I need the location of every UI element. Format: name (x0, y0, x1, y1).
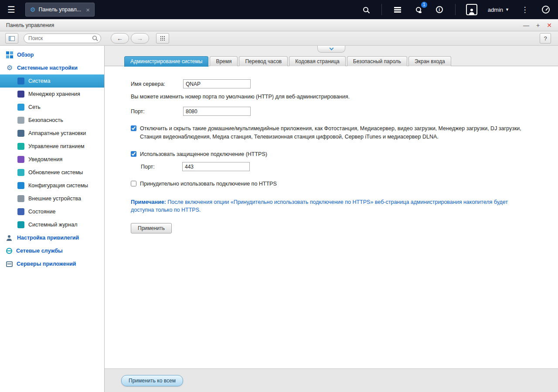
tab-codepage[interactable]: Кодовая страница (289, 56, 346, 66)
sidebar-item-label: Аппаратные установки (28, 130, 86, 136)
overview-icon (6, 51, 13, 58)
sidebar-item-external-devices[interactable]: Внешние устройства (0, 192, 104, 205)
collapse-tabs-button[interactable] (317, 46, 345, 53)
hamburger-icon: ☰ (7, 4, 15, 15)
sidebar-item-application-servers[interactable]: Серверы приложений (0, 257, 104, 270)
magnifier-glyph (363, 7, 368, 12)
tab-label: Безопасный пароль (353, 58, 401, 64)
toolbar: ← → ? (0, 31, 558, 46)
sidebar-item-power[interactable]: Управление питанием (0, 140, 104, 153)
tab-label: Экран входа (415, 58, 445, 64)
tab-label: Время (216, 58, 231, 64)
apply-button[interactable]: Применить (131, 223, 172, 233)
divider (381, 4, 382, 15)
external-device-icon (17, 195, 24, 202)
apps-grid-button[interactable] (156, 33, 169, 44)
tab-time[interactable]: Время (210, 56, 238, 66)
person-icon (6, 235, 13, 241)
tab-login-screen[interactable]: Экран входа (408, 56, 451, 66)
search-icon[interactable] (361, 4, 371, 15)
search-input[interactable] (24, 34, 101, 43)
close-button[interactable]: ✕ (547, 22, 552, 28)
person-glyph (469, 9, 475, 14)
search-box (24, 34, 101, 43)
nav-buttons: ← → (111, 33, 149, 44)
main-menu-button[interactable]: ☰ (0, 0, 23, 19)
stack-glyph (394, 7, 401, 13)
footer-bar: Применить ко всем (105, 368, 558, 392)
sidebar-item-system-settings[interactable]: ⚙ Системные настройки (0, 61, 104, 74)
tab-label: Администрирование системы (130, 58, 202, 64)
divider (455, 4, 456, 15)
sidebar-item-hardware[interactable]: Аппаратные установки (0, 127, 104, 140)
tab-daylight-saving[interactable]: Перевод часов (239, 56, 288, 66)
help-button[interactable]: ? (540, 33, 551, 44)
force-https-checkbox[interactable] (131, 181, 136, 186)
http-port-row: Порт: (131, 107, 541, 116)
sidebar-item-notifications[interactable]: Уведомления (0, 153, 104, 166)
back-button[interactable]: ← (111, 33, 129, 44)
background-tasks-icon[interactable] (392, 4, 403, 15)
caret-down-icon: ▼ (505, 7, 509, 12)
maximize-button[interactable]: + (536, 22, 540, 28)
sidebar-item-label: Менеджер хранения (28, 91, 80, 97)
app-tab-close-icon[interactable]: × (86, 6, 90, 14)
sidebar-item-label: Внешние устройства (28, 196, 81, 202)
info-icon[interactable] (434, 4, 445, 15)
apply-all-button[interactable]: Применить ко всем (121, 375, 183, 386)
app-tab-control-panel[interactable]: ⚙ Панель управл... × (25, 3, 95, 17)
sidebar-item-security[interactable]: Безопасность (0, 114, 104, 127)
log-icon (17, 221, 24, 228)
hide-apps-label: Отключить и скрыть такие домашние/мульти… (140, 125, 526, 142)
sidebar-item-system-logs[interactable]: Системный журнал (0, 218, 104, 231)
sidebar-item-label: Уведомления (28, 156, 62, 162)
https-row: Использовать защищенное подключение (HTT… (131, 150, 541, 159)
network-icon (17, 104, 24, 111)
sidebar-item-system[interactable]: Система (0, 74, 104, 88)
note-text: Примечание: После включения опции «Прину… (131, 198, 523, 215)
settings-form: Имя сервера: Вы можете изменить номер по… (105, 66, 558, 368)
tab-label: Перевод часов (245, 58, 282, 64)
sidebar-item-overview[interactable]: Обзор (0, 48, 104, 61)
topbar: ☰ ⚙ Панель управл... × 1 admin ▼ ⋮ (0, 0, 558, 19)
tab-password-strength[interactable]: Безопасный пароль (347, 56, 407, 66)
sidebar-item-label: Системный журнал (28, 222, 77, 228)
server-name-input[interactable] (183, 79, 251, 88)
gear-icon: ⚙ (6, 64, 13, 71)
resource-monitor-icon[interactable] (541, 4, 551, 15)
notifications-icon[interactable]: 1 (413, 4, 424, 15)
window-title: Панель управления (6, 22, 54, 28)
tab-system-administration[interactable]: Администрирование системы (124, 56, 208, 67)
sidebar-item-network[interactable]: Сеть (0, 101, 104, 114)
sidebar-item-label: Настройка привилегий (17, 235, 79, 241)
globe-icon (6, 248, 12, 254)
note-label: Примечание: (131, 199, 166, 205)
https-port-row: Порт: (131, 162, 541, 171)
sidebar-item-system-status[interactable]: Состояние (0, 205, 104, 218)
sidebar-item-firmware-update[interactable]: Обновление системы (0, 166, 104, 179)
sidebar-item-network-services[interactable]: Сетевые службы (0, 244, 104, 257)
hardware-icon (17, 130, 24, 137)
forward-button[interactable]: → (131, 33, 149, 44)
more-options-icon[interactable]: ⋮ (520, 4, 530, 15)
user-avatar-icon[interactable] (466, 4, 477, 15)
chevron-down-icon (329, 46, 333, 51)
hide-apps-checkbox[interactable] (131, 125, 136, 131)
sidebar-item-storage-manager[interactable]: Менеджер хранения (0, 88, 104, 101)
app-tab-label: Панель управл... (39, 7, 82, 13)
sidebar-item-privilege-settings[interactable]: Настройка привилегий (0, 231, 104, 244)
tab-bar: Администрирование системы Время Перевод … (124, 56, 451, 66)
gear-icon: ⚙ (30, 7, 36, 13)
sidebar-item-label: Конфигурация системы (28, 182, 88, 189)
sidebar-item-backup-restore[interactable]: Конфигурация системы (0, 179, 104, 192)
minimize-button[interactable]: — (523, 22, 529, 28)
http-port-input[interactable] (183, 107, 251, 116)
user-name-label: admin (488, 7, 503, 13)
power-icon (17, 143, 24, 150)
http-port-label: Порт: (131, 108, 183, 115)
https-port-input[interactable] (182, 162, 250, 171)
https-checkbox[interactable] (131, 151, 136, 157)
sidebar-toggle-button[interactable] (5, 33, 18, 44)
panel-icon (9, 36, 15, 41)
user-menu[interactable]: admin ▼ (488, 7, 509, 13)
